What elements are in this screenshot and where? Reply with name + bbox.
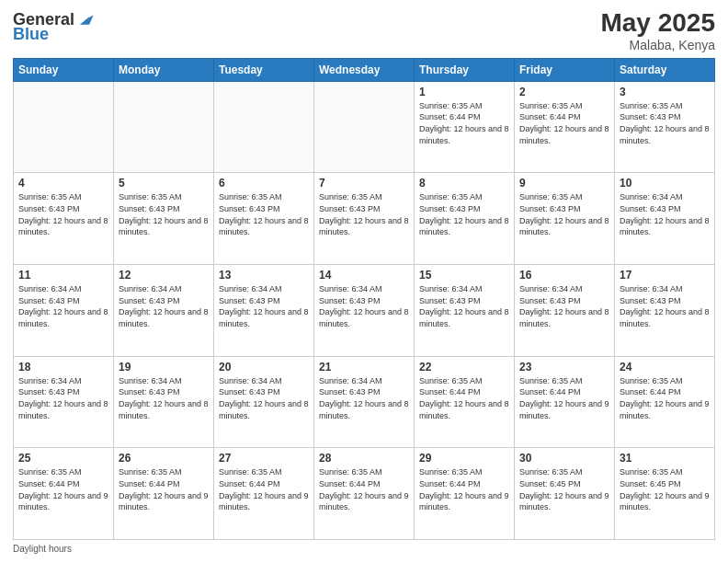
day-info: Sunrise: 6:35 AM Sunset: 6:44 PM Dayligh…	[419, 100, 509, 146]
day-number: 30	[519, 452, 609, 465]
day-number: 11	[18, 269, 108, 282]
day-number: 16	[519, 269, 609, 282]
table-row: 20Sunrise: 6:34 AM Sunset: 6:43 PM Dayli…	[214, 356, 314, 448]
table-row: 30Sunrise: 6:35 AM Sunset: 6:45 PM Dayli…	[515, 448, 615, 540]
header: General Blue May 2025 Malaba, Kenya	[13, 9, 715, 52]
table-row: 3Sunrise: 6:35 AM Sunset: 6:43 PM Daylig…	[615, 81, 715, 173]
table-row: 27Sunrise: 6:35 AM Sunset: 6:44 PM Dayli…	[214, 448, 314, 540]
day-info: Sunrise: 6:35 AM Sunset: 6:44 PM Dayligh…	[620, 375, 710, 421]
day-info: Sunrise: 6:35 AM Sunset: 6:45 PM Dayligh…	[519, 466, 609, 512]
page: General Blue May 2025 Malaba, Kenya Sund…	[0, 0, 728, 563]
day-info: Sunrise: 6:35 AM Sunset: 6:43 PM Dayligh…	[119, 191, 209, 237]
week-row-4: 18Sunrise: 6:34 AM Sunset: 6:43 PM Dayli…	[14, 356, 715, 448]
day-info: Sunrise: 6:34 AM Sunset: 6:43 PM Dayligh…	[119, 283, 209, 329]
day-number: 22	[419, 361, 509, 373]
title-location: Malaba, Kenya	[600, 38, 715, 52]
calendar: Sunday Monday Tuesday Wednesday Thursday…	[13, 58, 715, 540]
day-info: Sunrise: 6:35 AM Sunset: 6:44 PM Dayligh…	[319, 466, 409, 512]
day-number: 10	[620, 177, 710, 190]
table-row: 19Sunrise: 6:34 AM Sunset: 6:43 PM Dayli…	[114, 356, 214, 448]
table-row: 11Sunrise: 6:34 AM Sunset: 6:43 PM Dayli…	[14, 265, 114, 357]
table-row: 26Sunrise: 6:35 AM Sunset: 6:44 PM Dayli…	[114, 448, 214, 540]
day-info: Sunrise: 6:34 AM Sunset: 6:43 PM Dayligh…	[620, 191, 710, 237]
day-info: Sunrise: 6:35 AM Sunset: 6:44 PM Dayligh…	[119, 466, 209, 512]
day-number: 8	[419, 177, 509, 190]
table-row: 18Sunrise: 6:34 AM Sunset: 6:43 PM Dayli…	[14, 356, 114, 448]
table-row: 9Sunrise: 6:35 AM Sunset: 6:43 PM Daylig…	[515, 173, 615, 265]
table-row: 4Sunrise: 6:35 AM Sunset: 6:43 PM Daylig…	[14, 173, 114, 265]
day-number: 14	[319, 269, 409, 282]
day-number: 20	[219, 361, 309, 373]
table-row: 29Sunrise: 6:35 AM Sunset: 6:44 PM Dayli…	[415, 448, 515, 540]
day-number: 26	[119, 452, 209, 465]
table-row: 25Sunrise: 6:35 AM Sunset: 6:44 PM Dayli…	[14, 448, 114, 540]
col-monday: Monday	[114, 58, 214, 81]
table-row: 12Sunrise: 6:34 AM Sunset: 6:43 PM Dayli…	[114, 265, 214, 357]
logo-blue-text: Blue	[13, 26, 49, 42]
table-row	[114, 81, 214, 173]
table-row: 22Sunrise: 6:35 AM Sunset: 6:44 PM Dayli…	[415, 356, 515, 448]
day-info: Sunrise: 6:34 AM Sunset: 6:43 PM Dayligh…	[319, 375, 409, 421]
day-number: 13	[219, 269, 309, 282]
day-number: 28	[319, 452, 409, 465]
col-wednesday: Wednesday	[314, 58, 415, 81]
day-info: Sunrise: 6:34 AM Sunset: 6:43 PM Dayligh…	[119, 375, 209, 421]
day-number: 12	[119, 269, 209, 282]
day-number: 17	[620, 269, 710, 282]
table-row: 8Sunrise: 6:35 AM Sunset: 6:43 PM Daylig…	[415, 173, 515, 265]
day-info: Sunrise: 6:34 AM Sunset: 6:43 PM Dayligh…	[219, 375, 309, 421]
day-number: 31	[620, 452, 710, 465]
day-info: Sunrise: 6:34 AM Sunset: 6:43 PM Dayligh…	[18, 375, 108, 421]
day-info: Sunrise: 6:34 AM Sunset: 6:43 PM Dayligh…	[620, 283, 710, 329]
table-row: 7Sunrise: 6:35 AM Sunset: 6:43 PM Daylig…	[314, 173, 415, 265]
day-number: 6	[219, 177, 309, 190]
week-row-5: 25Sunrise: 6:35 AM Sunset: 6:44 PM Dayli…	[14, 448, 715, 540]
day-number: 1	[419, 86, 509, 98]
week-row-1: 1Sunrise: 6:35 AM Sunset: 6:44 PM Daylig…	[14, 81, 715, 173]
table-row: 6Sunrise: 6:35 AM Sunset: 6:43 PM Daylig…	[214, 173, 314, 265]
day-info: Sunrise: 6:35 AM Sunset: 6:43 PM Dayligh…	[319, 191, 409, 237]
table-row	[14, 81, 114, 173]
day-number: 7	[319, 177, 409, 190]
day-number: 24	[620, 361, 710, 373]
week-row-3: 11Sunrise: 6:34 AM Sunset: 6:43 PM Dayli…	[14, 265, 715, 357]
footer-note: Daylight hours	[13, 544, 715, 554]
calendar-header-row: Sunday Monday Tuesday Wednesday Thursday…	[14, 58, 715, 81]
day-info: Sunrise: 6:34 AM Sunset: 6:43 PM Dayligh…	[18, 283, 108, 329]
day-number: 23	[519, 361, 609, 373]
col-thursday: Thursday	[415, 58, 515, 81]
day-number: 9	[519, 177, 609, 190]
day-number: 5	[119, 177, 209, 190]
day-info: Sunrise: 6:35 AM Sunset: 6:43 PM Dayligh…	[219, 191, 309, 237]
col-saturday: Saturday	[615, 58, 715, 81]
day-info: Sunrise: 6:35 AM Sunset: 6:44 PM Dayligh…	[419, 466, 509, 512]
day-info: Sunrise: 6:35 AM Sunset: 6:43 PM Dayligh…	[519, 191, 609, 237]
table-row: 16Sunrise: 6:34 AM Sunset: 6:43 PM Dayli…	[515, 265, 615, 357]
col-sunday: Sunday	[14, 58, 114, 81]
table-row: 2Sunrise: 6:35 AM Sunset: 6:44 PM Daylig…	[515, 81, 615, 173]
table-row: 24Sunrise: 6:35 AM Sunset: 6:44 PM Dayli…	[615, 356, 715, 448]
day-info: Sunrise: 6:35 AM Sunset: 6:45 PM Dayligh…	[620, 466, 710, 512]
day-info: Sunrise: 6:35 AM Sunset: 6:44 PM Dayligh…	[419, 375, 509, 421]
table-row: 31Sunrise: 6:35 AM Sunset: 6:45 PM Dayli…	[615, 448, 715, 540]
day-number: 15	[419, 269, 509, 282]
col-friday: Friday	[515, 58, 615, 81]
table-row: 13Sunrise: 6:34 AM Sunset: 6:43 PM Dayli…	[214, 265, 314, 357]
day-number: 27	[219, 452, 309, 465]
day-info: Sunrise: 6:35 AM Sunset: 6:44 PM Dayligh…	[18, 466, 108, 512]
table-row: 1Sunrise: 6:35 AM Sunset: 6:44 PM Daylig…	[415, 81, 515, 173]
daylight-label: Daylight hours	[13, 544, 72, 554]
logo-icon	[74, 9, 95, 29]
week-row-2: 4Sunrise: 6:35 AM Sunset: 6:43 PM Daylig…	[14, 173, 715, 265]
table-row: 28Sunrise: 6:35 AM Sunset: 6:44 PM Dayli…	[314, 448, 415, 540]
day-info: Sunrise: 6:34 AM Sunset: 6:43 PM Dayligh…	[519, 283, 609, 329]
table-row	[314, 81, 415, 173]
table-row: 17Sunrise: 6:34 AM Sunset: 6:43 PM Dayli…	[615, 265, 715, 357]
title-block: May 2025 Malaba, Kenya	[600, 9, 715, 52]
day-info: Sunrise: 6:35 AM Sunset: 6:43 PM Dayligh…	[419, 191, 509, 237]
day-info: Sunrise: 6:35 AM Sunset: 6:43 PM Dayligh…	[18, 191, 108, 237]
table-row: 14Sunrise: 6:34 AM Sunset: 6:43 PM Dayli…	[314, 265, 415, 357]
logo: General Blue	[13, 9, 95, 42]
day-number: 2	[519, 86, 609, 98]
day-info: Sunrise: 6:35 AM Sunset: 6:43 PM Dayligh…	[620, 100, 710, 146]
